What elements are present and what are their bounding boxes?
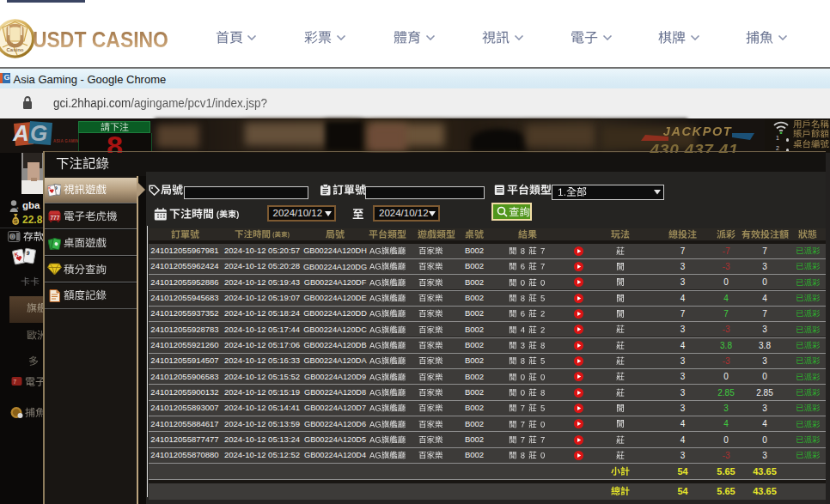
svg-text:0: 0 bbox=[11, 234, 15, 240]
svg-text:777: 777 bbox=[51, 215, 60, 221]
svg-text:*: * bbox=[16, 206, 19, 212]
svg-text:S: S bbox=[13, 217, 17, 225]
svg-text:7: 7 bbox=[13, 379, 16, 385]
